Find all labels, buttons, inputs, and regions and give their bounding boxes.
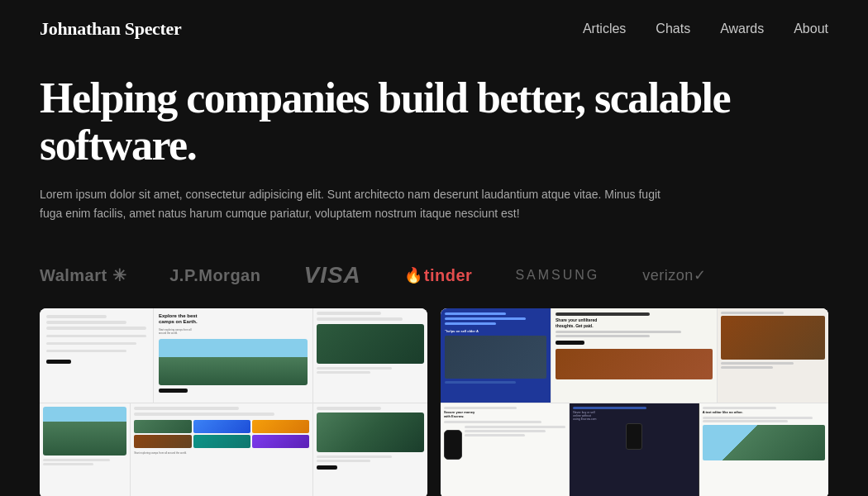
nav-chats[interactable]: Chats — [656, 21, 690, 36]
portfolio-card-right[interactable]: "helps on sell older A Share your unfilt… — [441, 308, 828, 496]
tinder-logo: 🔥 tinder — [404, 266, 473, 285]
hero-title: Helping companies build better, scalable… — [40, 74, 828, 169]
walmart-text: Walmart ✳ — [40, 265, 126, 285]
samsung-logo: SAMSUNG — [515, 268, 599, 283]
jpmorgan-text: J.P.Morgan — [169, 266, 260, 285]
portfolio-card-left[interactable]: Explore the bestcamps on Earth. Start ex… — [40, 308, 427, 496]
nav-articles[interactable]: Articles — [583, 21, 626, 36]
site-logo[interactable]: Johnathan Specter — [40, 18, 182, 40]
nav-about[interactable]: About — [794, 21, 828, 36]
header: Johnathan Specter Articles Chats Awards … — [0, 0, 868, 58]
client-logos: Walmart ✳ J.P.Morgan VISA 🔥 tinder SAMSU… — [0, 242, 868, 308]
jpmorgan-logo: J.P.Morgan — [169, 266, 260, 285]
nav-awards[interactable]: Awards — [720, 21, 764, 36]
hero-section: Helping companies build better, scalable… — [0, 58, 868, 242]
portfolio-mockup-right: "helps on sell older A Share your unfilt… — [441, 308, 828, 496]
visa-logo: VISA — [303, 262, 360, 289]
portfolio-mockup-left: Explore the bestcamps on Earth. Start ex… — [40, 308, 427, 496]
tinder-text: tinder — [424, 266, 473, 285]
samsung-text: SAMSUNG — [515, 268, 599, 283]
verizon-logo: verizon✓ — [642, 266, 706, 284]
hero-subtitle: Lorem ipsum dolor sit amet, consectetur … — [40, 185, 668, 222]
portfolio-section: Explore the bestcamps on Earth. Start ex… — [0, 308, 868, 496]
tinder-flame-icon: 🔥 — [404, 266, 422, 284]
main-nav: Articles Chats Awards About — [583, 21, 828, 36]
walmart-logo: Walmart ✳ — [40, 265, 126, 285]
verizon-text: verizon✓ — [642, 266, 706, 284]
visa-text: VISA — [303, 262, 360, 289]
